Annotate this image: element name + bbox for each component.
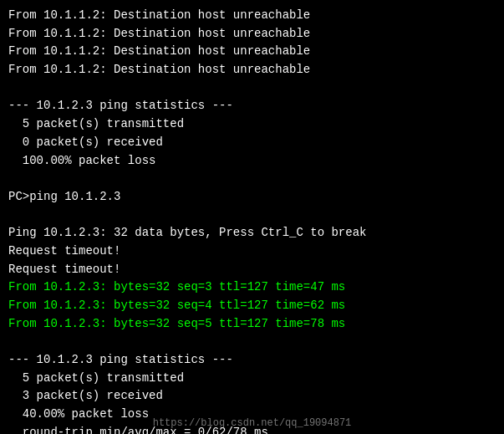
terminal-line: 3 packet(s) received: [8, 387, 496, 406]
terminal-line: From 10.1.2.3: bytes=32 seq=3 ttl=127 ti…: [8, 278, 496, 297]
terminal-output: From 10.1.1.2: Destination host unreacha…: [8, 7, 496, 434]
terminal-line: 5 packet(s) transmitted: [8, 370, 496, 388]
terminal-line: From 10.1.1.2: Destination host unreacha…: [8, 7, 496, 25]
terminal-line: From 10.1.1.2: Destination host unreacha…: [8, 25, 496, 43]
terminal-window: From 10.1.1.2: Destination host unreacha…: [0, 0, 504, 434]
terminal-line: --- 10.1.2.3 ping statistics ---: [8, 97, 496, 115]
terminal-line: [8, 207, 496, 225]
terminal-line: [8, 79, 496, 98]
terminal-line: --- 10.1.2.3 ping statistics ---: [8, 351, 496, 370]
terminal-line: [8, 333, 496, 351]
terminal-line: Request timeout!: [8, 243, 496, 261]
terminal-line: 0 packet(s) received: [8, 134, 496, 152]
terminal-line: 100.00% packet loss: [8, 152, 496, 171]
terminal-line: 5 packet(s) transmitted: [8, 115, 496, 134]
terminal-line: PC>ping 10.1.2.3: [8, 188, 496, 207]
terminal-line: From 10.1.2.3: bytes=32 seq=4 ttl=127 ti…: [8, 297, 496, 315]
terminal-line: From 10.1.1.2: Destination host unreacha…: [8, 61, 496, 79]
terminal-line: Request timeout!: [8, 261, 496, 279]
watermark: https://blog.csdn.net/qq_19094871: [153, 417, 352, 429]
terminal-line: From 10.1.1.2: Destination host unreacha…: [8, 43, 496, 61]
terminal-line: [8, 170, 496, 188]
terminal-line: From 10.1.2.3: bytes=32 seq=5 ttl=127 ti…: [8, 315, 496, 334]
terminal-line: Ping 10.1.2.3: 32 data bytes, Press Ctrl…: [8, 224, 496, 243]
